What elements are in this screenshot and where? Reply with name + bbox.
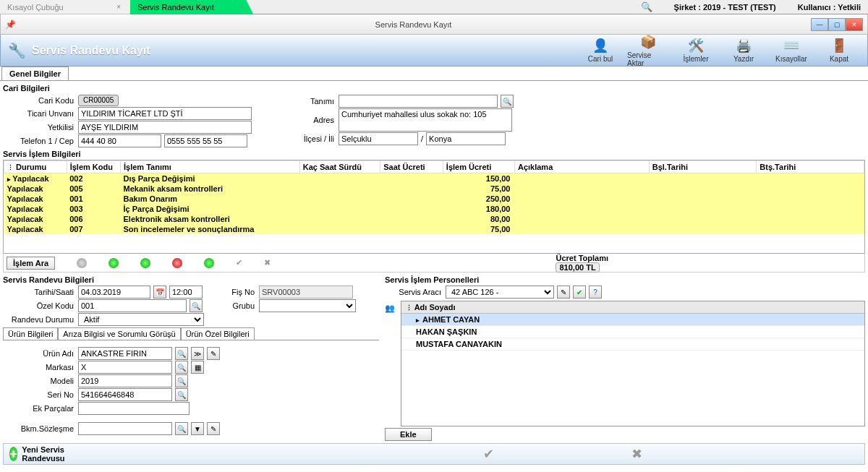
section-cari-bilgileri: Cari Bilgileri <box>3 84 865 93</box>
ilce-input[interactable] <box>339 132 418 145</box>
col-islem-tanimi[interactable]: İşlem Tanımı <box>121 161 300 173</box>
ek-parcalar-label: Ek Parçalar <box>3 404 75 413</box>
col-durumu[interactable]: ⋮ Durumu <box>4 161 67 173</box>
col-kac-saat[interactable]: Kaç Saat Sürdü <box>299 161 380 173</box>
table-row[interactable]: Yapılacak003İç Parça Değişimi180,00 <box>4 204 864 214</box>
bkm-search-button[interactable]: 🔍 <box>175 422 188 435</box>
seri-no-search-button[interactable]: 🔍 <box>175 388 188 401</box>
transfer-icon: 📦 <box>640 34 656 50</box>
tanim-search-button[interactable]: 🔍 <box>501 95 514 108</box>
pin-icon[interactable]: 📌 <box>5 20 16 30</box>
yazdir-button[interactable]: 🖨️Yazdır <box>723 36 765 65</box>
urun-adi-search-button[interactable]: 🔍 <box>175 347 188 360</box>
marka-search-button[interactable]: 🔍 <box>175 361 188 374</box>
il-input[interactable] <box>426 132 506 145</box>
ekle-button[interactable]: Ekle <box>385 428 432 441</box>
action-add-button[interactable] <box>140 258 150 268</box>
plus-icon: + <box>9 447 17 461</box>
ilce-label: İlçesi / İli <box>292 134 336 143</box>
tab-urun-bilgileri[interactable]: Ürün Bilgileri <box>3 327 58 340</box>
close-icon[interactable]: × <box>116 3 121 11</box>
arac-ok-button[interactable]: ✔ <box>573 286 586 299</box>
toolbar: 👤Cari bul 📦Servise Aktar 🛠️İşlemler 🖨️Ya… <box>579 36 860 65</box>
bottom-cancel-icon[interactable]: ✖ <box>631 446 642 462</box>
tab-ariza-bilgisi[interactable]: Arıza Bilgisi ve Sorumlu Görüşü <box>58 327 180 340</box>
bottom-check-icon[interactable]: ✔ <box>483 446 494 462</box>
maximize-button[interactable]: ▢ <box>828 18 846 31</box>
arac-edit-button[interactable]: ✎ <box>557 286 570 299</box>
page-icon: 🔧 <box>8 42 26 59</box>
grubu-label: Grubu <box>205 301 256 310</box>
search-icon[interactable]: 🔍 <box>641 1 652 12</box>
col-aciklama[interactable]: Açıklama <box>514 161 649 173</box>
grubu-select[interactable] <box>259 299 356 312</box>
table-row[interactable]: Yapılacak002Dış Parça Değişimi150,00 <box>4 173 864 184</box>
bottom-bar: + Yeni Servis Randevusu ✔ ✖ ⬆ <box>3 443 865 465</box>
seri-no-input[interactable] <box>78 388 172 401</box>
ozel-kodu-input[interactable] <box>78 299 187 312</box>
ek-parcalar-input[interactable] <box>78 402 190 415</box>
yeni-randevu-button[interactable]: + Yeni Servis Randevusu <box>9 445 71 463</box>
islemler-button[interactable]: 🛠️İşlemler <box>675 36 717 65</box>
action-dot-grey[interactable] <box>77 258 87 268</box>
marka-extra-button[interactable]: ▦ <box>191 361 204 374</box>
col-bts-tarihi[interactable]: Btş.Tarihi <box>757 161 864 173</box>
action-cancel-icon[interactable]: ✖ <box>264 258 271 267</box>
calendar-icon[interactable]: 📅 <box>153 286 166 299</box>
table-row[interactable]: Yapılacak006Elektronik aksam kontrolleri… <box>4 214 864 224</box>
yetkili-input[interactable] <box>78 121 252 134</box>
bkm-edit-button[interactable]: ✎ <box>207 422 220 435</box>
ticari-unvan-input[interactable] <box>78 107 252 120</box>
tab-shortcut-bar[interactable]: Kısayol Çubuğu × <box>0 0 130 14</box>
bkm-filter-button[interactable]: ▼ <box>191 422 204 435</box>
randevu-durumu-select[interactable]: Aktif <box>78 313 204 326</box>
list-item[interactable]: MUSTAFA CANAYAKIN <box>401 338 864 351</box>
telefon1-input[interactable] <box>78 134 161 147</box>
personel-list[interactable]: ⋮ Adı Soyadı AHMET CAYANHAKAN ŞAŞKINMUST… <box>401 301 865 426</box>
arac-help-button[interactable]: ? <box>589 286 602 299</box>
servis-araci-select[interactable]: 42 ABC 126 - <box>446 286 554 299</box>
table-row[interactable]: Yapılacak005Mekanik aksam kontrolleri75,… <box>4 184 864 194</box>
action-dot-green[interactable] <box>109 258 119 268</box>
cari-bul-button[interactable]: 👤Cari bul <box>579 36 621 65</box>
gear-icon: 🛠️ <box>688 38 704 53</box>
list-item[interactable]: HAKAN ŞAŞKIN <box>401 326 864 338</box>
ticari-unvan-label: Ticari Unvanı <box>3 109 75 118</box>
tanim-input[interactable] <box>339 95 498 108</box>
servise-aktar-button[interactable]: 📦Servise Aktar <box>627 36 669 65</box>
col-bsl-tarihi[interactable]: Bşl.Tarihi <box>649 161 757 173</box>
close-icon[interactable]: × <box>239 3 244 11</box>
islem-ara-button[interactable]: İşlem Ara <box>7 257 55 270</box>
kisayollar-button[interactable]: ⌨️Kısayollar <box>770 36 812 65</box>
marka-label: Markası <box>3 363 75 372</box>
col-saat-ucreti[interactable]: Saat Ücreti <box>380 161 443 173</box>
bkm-sozlesme-input[interactable] <box>78 422 172 435</box>
col-islem-ucreti[interactable]: İşlem Ücreti <box>443 161 514 173</box>
tab-genel-bilgiler[interactable]: Genel Bilgiler <box>1 66 69 80</box>
cari-kodu-value[interactable]: CR00005 <box>78 95 119 106</box>
tab-urun-ozel[interactable]: Ürün Özel Bilgileri <box>181 327 255 340</box>
minimize-button[interactable]: — <box>811 18 828 31</box>
urun-adi-more-button[interactable]: ≫ <box>191 347 204 360</box>
islem-grid[interactable]: ⋮ Durumu İşlem Kodu İşlem Tanımı Kaç Saa… <box>3 160 865 254</box>
list-item[interactable]: AHMET CAYAN <box>401 314 864 326</box>
telefon2-input[interactable] <box>164 134 247 147</box>
action-remove-button[interactable] <box>172 258 182 268</box>
table-row[interactable]: Yapılacak007Son incelemeler ve sonuçland… <box>4 224 864 234</box>
model-search-button[interactable]: 🔍 <box>175 374 188 387</box>
action-check-icon[interactable]: ✔ <box>236 258 242 267</box>
urun-adi-edit-button[interactable]: ✎ <box>207 347 220 360</box>
tarih-input[interactable] <box>78 286 150 299</box>
tab-servis-randevu[interactable]: Servis Randevu Kayıt × <box>130 0 253 14</box>
kapat-button[interactable]: 🚪Kapat <box>818 36 860 65</box>
action-dot-green2[interactable] <box>204 258 214 268</box>
table-row[interactable]: Yapılacak001Bakım Onarım250,00 <box>4 194 864 204</box>
col-islem-kodu[interactable]: İşlem Kodu <box>67 161 120 173</box>
close-button[interactable]: ✕ <box>846 18 863 31</box>
urun-adi-input[interactable] <box>78 347 172 360</box>
marka-input[interactable] <box>78 361 172 374</box>
model-input[interactable] <box>78 374 172 387</box>
ozel-kodu-search-button[interactable]: 🔍 <box>190 299 203 312</box>
adres-input[interactable]: Cumhuriyet mahallesi ulus sokak no: 105 <box>339 108 512 132</box>
saat-input[interactable] <box>169 286 203 299</box>
